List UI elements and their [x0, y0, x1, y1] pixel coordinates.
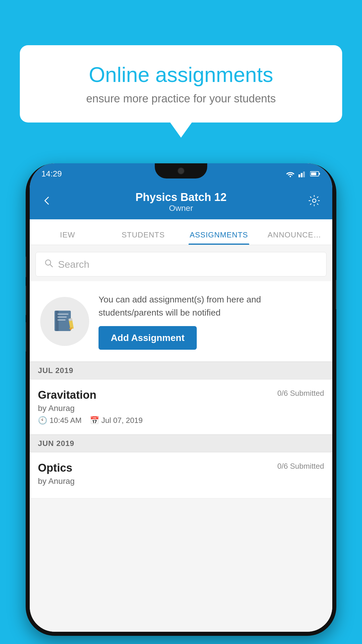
promo-description: You can add assignment(s) from here and … — [99, 293, 322, 319]
signal-icon — [298, 170, 307, 177]
assignment-time: 🕙 10:45 AM — [38, 416, 82, 425]
tab-assignments[interactable]: ASSIGNMENTS — [181, 230, 257, 245]
tab-bar: IEW STUDENTS ASSIGNMENTS ANNOUNCE… — [30, 219, 332, 245]
power-button — [336, 280, 336, 309]
assignment-title: Gravitation — [38, 389, 96, 401]
svg-point-7 — [312, 199, 316, 202]
svg-rect-12 — [57, 316, 67, 318]
assignment-meta: 🕙 10:45 AM 📅 Jul 07, 2019 — [38, 416, 324, 425]
assignment-author-optics: by Anurag — [38, 477, 324, 486]
search-placeholder: Search — [58, 259, 89, 270]
clock: 14:29 — [41, 169, 62, 178]
tab-students[interactable]: STUDENTS — [106, 230, 181, 245]
status-icons — [286, 170, 321, 177]
svg-rect-6 — [319, 173, 320, 175]
phone-frame: 14:29 — [26, 163, 336, 636]
assignment-title-optics: Optics — [38, 462, 72, 474]
volume-button-up — [26, 286, 26, 315]
battery-icon — [310, 171, 321, 177]
header-subtitle: Owner — [136, 204, 227, 213]
assignment-top-row-optics: Optics 0/6 Submitted — [38, 462, 324, 474]
speech-bubble: Online assignments ensure more practice … — [20, 45, 342, 123]
volume-button-down — [26, 322, 26, 351]
svg-rect-2 — [301, 173, 303, 177]
header-title: Physics Batch 12 — [136, 191, 227, 204]
camera — [178, 167, 184, 174]
speech-bubble-title: Online assignments — [43, 63, 319, 87]
svg-point-0 — [290, 176, 291, 177]
svg-rect-1 — [298, 174, 300, 177]
notebook-icon — [52, 308, 78, 335]
search-icon — [44, 258, 53, 270]
phone-screen: 14:29 — [30, 163, 332, 632]
tab-iew[interactable]: IEW — [30, 230, 106, 245]
svg-rect-11 — [57, 314, 68, 315]
app-header: Physics Batch 12 Owner — [30, 184, 332, 219]
promo-icon-circle — [40, 297, 89, 346]
section-jun-2019: JUN 2019 — [30, 435, 332, 452]
promo-text-block: You can add assignment(s) from here and … — [99, 293, 322, 350]
add-assignment-button[interactable]: Add Assignment — [99, 326, 197, 350]
app-content: Search — [30, 245, 332, 632]
assignment-submitted: 0/6 Submitted — [277, 389, 324, 398]
svg-rect-13 — [57, 319, 66, 321]
assignment-author: by Anurag — [38, 404, 324, 413]
section-jul-2019: JUL 2019 — [30, 362, 332, 379]
header-title-block: Physics Batch 12 Owner — [136, 191, 227, 213]
volume-button-top — [26, 257, 26, 277]
back-button[interactable] — [41, 195, 52, 209]
assignment-date: 📅 Jul 07, 2019 — [90, 416, 143, 425]
clock-icon: 🕙 — [38, 416, 47, 425]
speech-bubble-subtitle: ensure more practice for your students — [43, 92, 319, 105]
assignment-optics[interactable]: Optics 0/6 Submitted by Anurag — [30, 452, 332, 498]
assignment-submitted-optics: 0/6 Submitted — [277, 462, 324, 471]
calendar-icon: 📅 — [90, 416, 99, 425]
tab-announcements[interactable]: ANNOUNCE… — [257, 230, 333, 245]
search-bar[interactable]: Search — [36, 252, 326, 276]
phone-notch — [155, 163, 207, 178]
settings-button[interactable] — [308, 194, 321, 210]
svg-rect-3 — [303, 172, 305, 177]
wifi-icon — [286, 170, 295, 177]
svg-rect-5 — [311, 172, 316, 175]
assignment-gravitation[interactable]: Gravitation 0/6 Submitted by Anurag 🕙 10… — [30, 379, 332, 435]
promo-card: You can add assignment(s) from here and … — [30, 281, 332, 362]
assignment-top-row: Gravitation 0/6 Submitted — [38, 389, 324, 401]
